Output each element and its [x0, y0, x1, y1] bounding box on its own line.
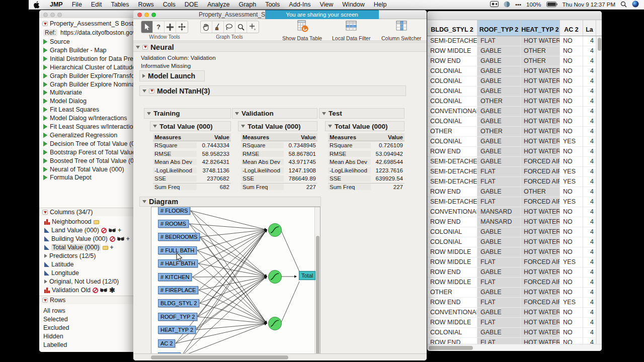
- table-cell[interactable]: HOT WATER: [521, 97, 560, 106]
- menu-cols[interactable]: Cols: [158, 1, 180, 8]
- outline-expand-icon[interactable]: [43, 99, 47, 104]
- table-row[interactable]: COLONIALGABLEHOT WATERNO4: [427, 76, 596, 86]
- table-cell[interactable]: OTHER: [521, 56, 560, 66]
- table-cell[interactable]: GABLE: [477, 247, 521, 257]
- outline-expand-icon[interactable]: [43, 167, 47, 172]
- collapse-icon[interactable]: [153, 125, 157, 128]
- table-cell[interactable]: FORCED AIR: [521, 157, 560, 166]
- table-cell[interactable]: 4: [583, 278, 596, 287]
- table-cell[interactable]: ROW MIDDLE: [427, 257, 477, 267]
- data-table-titlebar[interactable]: [427, 11, 602, 20]
- table-cell[interactable]: GABLE: [477, 147, 521, 156]
- column-item[interactable]: Longitude: [44, 269, 79, 277]
- table-cell[interactable]: NO: [560, 278, 583, 287]
- red-triangle-menu[interactable]: [42, 298, 48, 303]
- table-cell[interactable]: COLONIAL: [427, 86, 477, 96]
- move-tool-button[interactable]: [176, 21, 188, 33]
- table-row[interactable]: COLONIALGABLEHOT WATERNO4: [427, 237, 596, 247]
- table-cell[interactable]: GABLE: [477, 107, 521, 116]
- menubar-clock[interactable]: Thu Nov 9 12:37 PM: [562, 2, 615, 8]
- column-item[interactable]: Predictors (12/5): [44, 252, 96, 259]
- table-cell[interactable]: HOT WATER: [521, 338, 560, 344]
- neural-titlebar[interactable]: Property_Assessment_S Boston You are sha…: [133, 10, 427, 19]
- table-cell[interactable]: HOT WATER: [521, 308, 560, 317]
- table-cell[interactable]: FORCED AIR: [521, 197, 560, 207]
- table-cell[interactable]: FORCED AIR: [521, 177, 560, 187]
- apple-menu-icon[interactable]: [34, 1, 40, 9]
- column-item[interactable]: Total Value (000)+: [44, 244, 114, 251]
- close-button[interactable]: [137, 13, 142, 17]
- table-row[interactable]: COLONIALGABLEHOT WATERNO4: [427, 227, 596, 237]
- hidden-node[interactable]: [268, 317, 282, 330]
- outline-expand-icon[interactable]: [43, 158, 47, 163]
- table-cell[interactable]: NO: [560, 97, 583, 106]
- outline-expand-icon[interactable]: [43, 141, 47, 146]
- section-header[interactable]: Test: [319, 108, 405, 119]
- table-cell[interactable]: OTHER: [521, 187, 560, 197]
- red-triangle-menu[interactable]: [42, 21, 48, 26]
- section-header[interactable]: Validation: [232, 108, 317, 119]
- table-cell[interactable]: HOT WATER: [521, 217, 560, 227]
- more-status-icon[interactable]: •••: [515, 2, 521, 8]
- table-row[interactable]: OTHEROTHERHOT WATERNO4: [427, 127, 596, 137]
- table-cell[interactable]: YES: [560, 177, 583, 187]
- data-table-horizontal-scrollbar[interactable]: [427, 344, 602, 351]
- table-cell[interactable]: 4: [583, 187, 596, 197]
- table-cell[interactable]: YES: [560, 257, 583, 267]
- table-cell[interactable]: FORCED AIR: [521, 257, 560, 267]
- outline-item[interactable]: Fit Least Squares w/Interactions: [43, 123, 140, 130]
- column-item[interactable]: Land Value (000)+: [44, 227, 121, 234]
- table-cell[interactable]: MANSARD: [477, 217, 521, 227]
- table-row[interactable]: COLONIALGABLEHOT WATERNO4: [427, 328, 596, 338]
- group-expand-icon[interactable]: [44, 280, 47, 284]
- table-cell[interactable]: COLONIAL: [427, 137, 477, 146]
- table-cell[interactable]: 4: [583, 66, 596, 76]
- red-triangle-menu[interactable]: [142, 45, 148, 50]
- table-cell[interactable]: GABLE: [477, 227, 521, 237]
- table-cell[interactable]: OTHER: [477, 127, 521, 136]
- outline-expand-icon[interactable]: [43, 175, 47, 180]
- table-cell[interactable]: NO: [560, 107, 583, 116]
- table-cell[interactable]: HOT WATER: [521, 247, 560, 257]
- rows-panel-item[interactable]: Hidden: [43, 333, 63, 340]
- menu-edit[interactable]: Edit: [87, 1, 107, 8]
- table-cell[interactable]: FORCED AIR: [521, 278, 560, 287]
- outline-item[interactable]: Multivariate: [43, 89, 82, 96]
- model-ntanh-header[interactable]: Model NTanH(3): [139, 85, 406, 96]
- menu-rows[interactable]: Rows: [134, 1, 158, 8]
- table-cell[interactable]: 4: [583, 338, 596, 344]
- section-header[interactable]: Training: [144, 108, 231, 119]
- table-cell[interactable]: NO: [560, 187, 583, 197]
- outline-expand-icon[interactable]: [43, 150, 47, 155]
- table-cell[interactable]: HOT WATER: [521, 76, 560, 86]
- crosshair-tool-button[interactable]: x: [247, 21, 259, 33]
- table-cell[interactable]: MANSARD: [477, 207, 521, 217]
- grabber-tool-button[interactable]: [165, 21, 176, 33]
- plus-icon[interactable]: +: [126, 235, 130, 242]
- table-cell[interactable]: NO: [560, 308, 583, 317]
- table-cell[interactable]: HOT WATER: [521, 267, 560, 277]
- table-cell[interactable]: 4: [583, 328, 596, 337]
- menu-addins[interactable]: Add-Ins: [284, 1, 315, 8]
- table-cell[interactable]: NO: [560, 66, 583, 76]
- table-cell[interactable]: SEMI-DETACHED: [427, 36, 477, 46]
- table-row[interactable]: SEMI-DETACHEDGABLEFORCED AIRNO4: [427, 157, 596, 167]
- table-cell[interactable]: NO: [560, 56, 583, 66]
- table-row[interactable]: ROW ENDGABLEHOT WATERNO4: [427, 147, 596, 157]
- table-cell[interactable]: NO: [560, 86, 583, 96]
- menu-help[interactable]: Help: [369, 1, 391, 8]
- hidden-node[interactable]: [268, 270, 282, 284]
- outline-item[interactable]: Initial Distribution for Data Prep: [43, 55, 137, 62]
- table-row[interactable]: SEMI-DETACHEDFLATFORCED AIRYES4: [427, 177, 596, 187]
- table-cell[interactable]: ROW MIDDLE: [427, 247, 477, 257]
- table-cell[interactable]: HOT WATER: [521, 207, 560, 217]
- table-row[interactable]: SEMI-DETACHEDFLATFORCED AIRYES4: [427, 167, 596, 177]
- table-cell[interactable]: GABLE: [477, 288, 521, 297]
- table-cell[interactable]: HOT WATER: [521, 66, 560, 76]
- table-cell[interactable]: GABLE: [477, 76, 521, 86]
- model-launch-header[interactable]: Model Launch: [139, 70, 205, 81]
- collapse-icon[interactable]: [322, 112, 326, 115]
- outline-item[interactable]: Bootstrap Forest of Total Value: [43, 149, 135, 156]
- table-cell[interactable]: COLONIAL: [427, 227, 477, 237]
- minimize-button[interactable]: [50, 13, 55, 17]
